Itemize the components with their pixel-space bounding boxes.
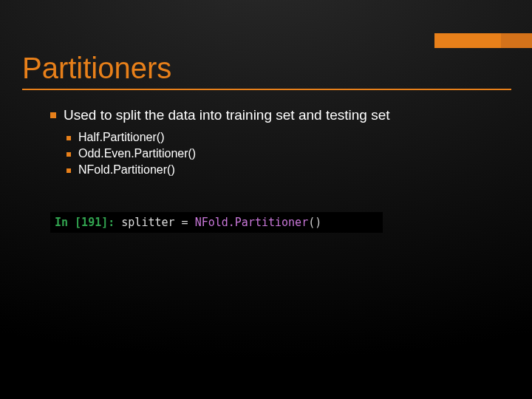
bullet-level-2: Odd.Even.Partitioner() xyxy=(66,147,502,160)
bullet-level-1: Used to split the data into training set… xyxy=(50,107,502,123)
title-underline xyxy=(22,89,511,90)
bullet-text: Used to split the data into training set… xyxy=(64,107,390,123)
code-parentheses: () xyxy=(308,216,321,229)
code-function: NFold.Partitioner xyxy=(195,216,309,229)
accent-bar xyxy=(434,33,532,48)
bullet-square-icon xyxy=(66,152,71,157)
bullet-square-icon xyxy=(50,112,56,118)
bullet-text: NFold.Partitioner() xyxy=(78,163,175,177)
slide-title: Partitioners xyxy=(22,52,171,85)
code-snippet: In [191]: splitter = NFold.Partitioner() xyxy=(50,212,383,233)
bullet-square-icon xyxy=(66,168,71,173)
code-equals: = xyxy=(182,216,188,229)
code-prompt: In [191]: xyxy=(55,216,115,229)
bullet-level-2: Half.Partitioner() xyxy=(66,131,502,144)
bullet-square-icon xyxy=(66,136,71,140)
accent-segment xyxy=(501,33,532,48)
slide-content: Used to split the data into training set… xyxy=(50,107,502,180)
accent-segment xyxy=(434,33,501,48)
bullet-text: Half.Partitioner() xyxy=(78,131,164,144)
bullet-level-2: NFold.Partitioner() xyxy=(66,163,502,177)
bullet-text: Odd.Even.Partitioner() xyxy=(78,147,196,160)
code-variable: splitter xyxy=(121,216,174,229)
